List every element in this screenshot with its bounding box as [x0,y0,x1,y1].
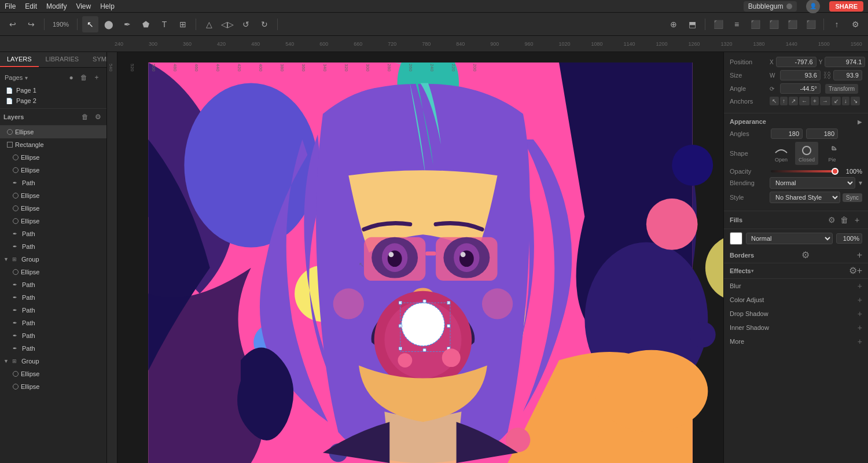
fill-opacity-input[interactable] [836,233,862,244]
menu-item-modify[interactable]: Modify [46,2,67,10]
layer-path-g2[interactable]: ✒ Path [0,291,106,304]
reflect-button[interactable]: ↻ [256,16,273,32]
effects-settings-btn[interactable]: ⚙ [849,266,857,275]
fill-swatch[interactable] [730,232,742,245]
layer-path-g4[interactable]: ✒ Path [0,317,106,329]
anchor-br[interactable]: ↘ [851,97,860,105]
align-top-button[interactable]: ⬛ [766,16,782,32]
layer-path-g5[interactable]: ✒ Path [0,329,106,342]
sync-button[interactable]: Sync [843,193,862,202]
size-w-input[interactable] [780,70,821,80]
delete-page-btn[interactable]: 🗑 [79,72,89,83]
pen-tool-button[interactable]: ✒ [119,16,135,32]
drop-shadow-add-btn[interactable]: + [858,309,862,318]
share-button[interactable]: SHARE [829,1,863,12]
oval-tool-button[interactable]: ⬤ [101,16,117,32]
anchor-mr[interactable]: → [820,97,830,105]
anchor-mm[interactable]: + [811,97,819,105]
inner-shadow-add-btn[interactable]: + [858,323,862,332]
more-effects-add-btn[interactable]: + [858,337,862,346]
layer-group-2[interactable]: ▼ ⊞ Group [0,355,106,368]
borders-add-btn[interactable]: + [857,251,862,260]
align-right-button[interactable]: ⬛ [747,16,763,32]
align-middle-button[interactable]: ⬛ [784,16,800,32]
undo-button[interactable]: ↩ [5,16,21,32]
layer-group-1[interactable]: ▼ ⊞ Group [0,253,106,266]
color-adjust-add-btn[interactable]: + [858,295,862,304]
shape-closed-btn[interactable]: Closed [795,142,818,165]
anchor-ml[interactable]: ← [799,97,810,105]
bool-op-button[interactable]: △ [201,16,217,32]
select-tool-button[interactable]: ↖ [82,16,98,32]
layer-path-g1[interactable]: ✒ Path [0,278,106,291]
shape-tool-button[interactable]: ⬟ [138,16,154,32]
borders-settings-btn[interactable]: ⚙ [801,251,810,260]
export-button[interactable]: ↑ [829,16,845,32]
layer-ellipse-g2b[interactable]: Ellipse [0,380,106,393]
mask-button[interactable]: ⬒ [684,16,700,32]
fills-settings-btn[interactable]: ⚙ [826,215,837,225]
anchor-bm[interactable]: ↓ [842,97,849,105]
shape-pie-btn[interactable]: Pie [821,142,844,165]
layer-ellipse-g2a[interactable]: Ellipse [0,368,106,380]
fill-blend-select[interactable]: Normal [746,233,833,244]
anchor-tl[interactable]: ↖ [770,97,779,105]
anchor-tr[interactable]: ↗ [789,97,798,105]
position-y-input[interactable] [825,57,865,67]
layer-ellipse-3[interactable]: Ellipse [0,164,106,177]
text-tool-button[interactable]: T [156,16,172,32]
blending-dropdown-icon[interactable]: ▾ [859,179,862,187]
layer-path-2[interactable]: ✒ Path [0,227,106,240]
align-bottom-button[interactable]: ⬛ [803,16,819,32]
pages-dropdown-arrow[interactable]: ▾ [25,75,28,81]
opacity-thumb[interactable] [832,168,838,175]
effects-add-btn[interactable]: + [857,266,862,275]
layer-path-g6[interactable]: ✒ Path [0,342,106,355]
layer-ellipse-6[interactable]: Ellipse [0,215,106,227]
page-item-2[interactable]: 📄 Page 2 [3,95,103,106]
fills-add-btn[interactable]: + [852,215,862,225]
layer-path-1[interactable]: ✒ Path [0,177,106,189]
shape-open-btn[interactable]: Open [770,142,793,165]
layer-ellipse-g1[interactable]: Ellipse [0,266,106,278]
inspect-button[interactable]: ⚙ [847,16,863,32]
size-h-input[interactable] [833,70,862,80]
blur-add-btn[interactable]: + [858,281,862,291]
layer-options-btn[interactable]: ⚙ [93,112,103,122]
rotate-button[interactable]: ↺ [238,16,254,32]
angle-input[interactable] [780,83,821,94]
anchor-bl[interactable]: ↙ [832,97,841,105]
layer-ellipse-4[interactable]: Ellipse [0,189,106,202]
page-item-1[interactable]: 📄 Page 1 [3,85,103,95]
tab-layers[interactable]: LAYERS [0,52,39,67]
menu-item-edit[interactable]: Edit [25,2,37,10]
layer-path-3[interactable]: ✒ Path [0,240,106,253]
appearance-arrow[interactable]: ▶ [858,119,862,125]
fills-delete-btn[interactable]: 🗑 [839,215,849,225]
flip-h-button[interactable]: ◁▷ [219,16,236,32]
image-tool-button[interactable]: ⊞ [175,16,191,32]
menu-item-help[interactable]: Help [100,2,115,10]
doc-close-button[interactable] [786,3,792,9]
menu-item-view[interactable]: View [76,2,91,10]
add-page-btn[interactable]: + [91,72,102,83]
redo-button[interactable]: ↪ [23,16,39,32]
angle-val2-input[interactable] [806,128,838,139]
page-swatch-btn[interactable]: ● [66,72,76,83]
transform-button[interactable]: Transform [825,84,858,94]
canvas-area[interactable]: 200220240260280 300320340360380 40042044… [107,52,723,463]
link-icon[interactable]: ⛓ [823,71,831,80]
blending-select[interactable]: Normal [770,177,855,189]
layer-rectangle[interactable]: Rectangle [0,138,106,151]
opacity-slider[interactable] [771,170,838,172]
tab-libraries[interactable]: LIBRARIES [39,52,86,67]
layer-path-g3[interactable]: ✒ Path [0,304,106,317]
align-center-button[interactable]: ≡ [729,16,745,32]
canvas-content[interactable]: ↖ [117,63,723,463]
effects-arrow[interactable]: ▾ [751,268,754,274]
layer-ellipse-2[interactable]: Ellipse [0,151,106,164]
style-select[interactable]: No Shared Style [770,192,840,203]
delete-layer-btn[interactable]: 🗑 [80,112,90,122]
layer-ellipse-5[interactable]: Ellipse [0,202,106,215]
position-x-input[interactable] [776,57,816,67]
